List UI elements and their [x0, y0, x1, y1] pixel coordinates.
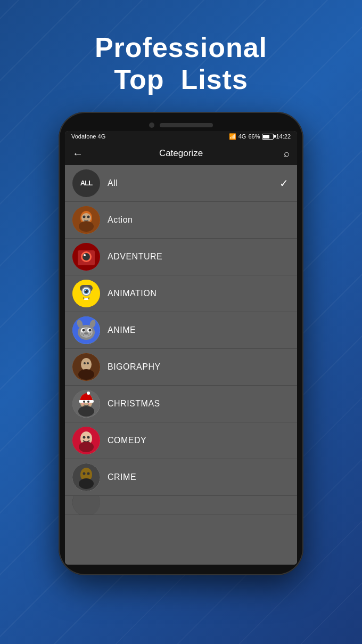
- avatar: [72, 463, 100, 491]
- svg-point-36: [87, 362, 89, 364]
- selected-check: ✓: [279, 177, 289, 190]
- more-image: [72, 496, 100, 515]
- phone-mockup: Vodafone 4G 📶 4G 66% 14:22 ← Categorize …: [59, 112, 303, 575]
- carrier: Vodafone 4G: [71, 133, 105, 140]
- category-list: ALL All ✓: [65, 165, 297, 565]
- avatar: [72, 280, 100, 307]
- svg-point-55: [87, 472, 90, 475]
- search-button[interactable]: ⌕: [274, 148, 290, 159]
- header-section: ProfessionalTop Lists: [95, 0, 267, 96]
- animation-image: [72, 280, 100, 307]
- screen: Vodafone 4G 📶 4G 66% 14:22 ← Categorize …: [65, 131, 297, 565]
- list-item[interactable]: BIGORAPHY: [65, 349, 297, 386]
- svg-point-54: [83, 472, 86, 475]
- list-item[interactable]: ADVENTURE: [65, 239, 297, 275]
- category-label: Action: [108, 215, 133, 225]
- comedy-image: [72, 427, 100, 454]
- avatar: [72, 427, 100, 454]
- status-right: 📶 4G 66% 14:22: [229, 133, 291, 140]
- svg-point-46: [78, 406, 94, 417]
- avatar: [72, 353, 100, 381]
- svg-point-44: [82, 403, 84, 404]
- nav-bar: ← Categorize ⌕: [65, 142, 297, 165]
- phone-frame: Vodafone 4G 📶 4G 66% 14:22 ← Categorize …: [59, 112, 303, 575]
- svg-point-43: [87, 401, 89, 403]
- back-button[interactable]: ←: [72, 148, 88, 160]
- svg-point-56: [79, 478, 94, 489]
- avatar: [72, 316, 100, 344]
- page-title: ProfessionalTop Lists: [95, 32, 267, 96]
- svg-point-3: [79, 221, 94, 232]
- category-label: COMEDY: [108, 436, 146, 445]
- nav-title: Categorize: [88, 148, 274, 159]
- svg-point-42: [83, 401, 85, 403]
- avatar: ALL: [72, 169, 100, 197]
- avatar-text: ALL: [80, 179, 92, 187]
- svg-point-9: [83, 253, 90, 260]
- svg-point-30: [83, 335, 84, 336]
- category-label: All: [108, 178, 118, 188]
- list-item[interactable]: COMEDY: [65, 422, 297, 459]
- battery-icon: [262, 134, 274, 140]
- category-label: CRIME: [108, 472, 136, 482]
- category-label: ANIMATION: [108, 289, 157, 298]
- list-item[interactable]: [65, 496, 297, 515]
- status-bar: Vodafone 4G 📶 4G 66% 14:22: [65, 131, 297, 142]
- list-item[interactable]: ANIME: [65, 312, 297, 349]
- battery-fill: [263, 135, 269, 138]
- adventure-image: [72, 243, 100, 271]
- svg-point-26: [84, 332, 88, 335]
- anime-image: [72, 316, 100, 344]
- svg-point-49: [83, 436, 86, 438]
- svg-point-37: [78, 369, 94, 380]
- signal-strength: 📶: [229, 133, 236, 140]
- signal-type: 4G: [238, 133, 246, 140]
- svg-point-25: [89, 329, 92, 331]
- svg-point-51: [79, 442, 94, 452]
- crime-image: [72, 463, 100, 491]
- clock: 14:22: [276, 133, 291, 140]
- category-label: CHRISTMAS: [108, 399, 160, 409]
- list-item[interactable]: CRIME: [65, 459, 297, 496]
- svg-point-10: [84, 254, 86, 256]
- category-label: ADVENTURE: [108, 252, 162, 262]
- svg-rect-18: [84, 298, 88, 300]
- svg-point-31: [90, 333, 91, 335]
- svg-point-24: [83, 329, 85, 331]
- avatar: [72, 206, 100, 234]
- svg-point-41: [87, 392, 90, 395]
- svg-point-34: [81, 358, 92, 371]
- battery-percent: 66%: [248, 133, 260, 140]
- list-item[interactable]: Action: [65, 202, 297, 239]
- svg-point-5: [87, 215, 90, 218]
- category-label: ANIME: [108, 325, 136, 335]
- list-item[interactable]: ANIMATION: [65, 275, 297, 312]
- svg-point-17: [85, 290, 86, 291]
- camera-dot: [149, 123, 154, 128]
- svg-point-29: [81, 333, 83, 335]
- category-label: BIGORAPHY: [108, 362, 161, 372]
- list-item[interactable]: CHRISTMAS: [65, 386, 297, 422]
- svg-rect-40: [79, 400, 94, 403]
- list-item[interactable]: ALL All ✓: [65, 165, 297, 202]
- avatar: [72, 390, 100, 418]
- biography-image: [72, 353, 100, 381]
- avatar: [72, 496, 100, 515]
- svg-point-45: [88, 403, 90, 404]
- speaker-bar: [160, 123, 213, 127]
- svg-point-32: [88, 335, 89, 336]
- svg-point-57: [72, 496, 100, 515]
- action-image: [72, 206, 100, 234]
- svg-point-4: [83, 215, 86, 218]
- phone-top: [65, 123, 297, 128]
- christmas-image: [72, 390, 100, 418]
- svg-point-35: [84, 362, 86, 364]
- svg-point-50: [87, 436, 90, 438]
- avatar: [72, 243, 100, 271]
